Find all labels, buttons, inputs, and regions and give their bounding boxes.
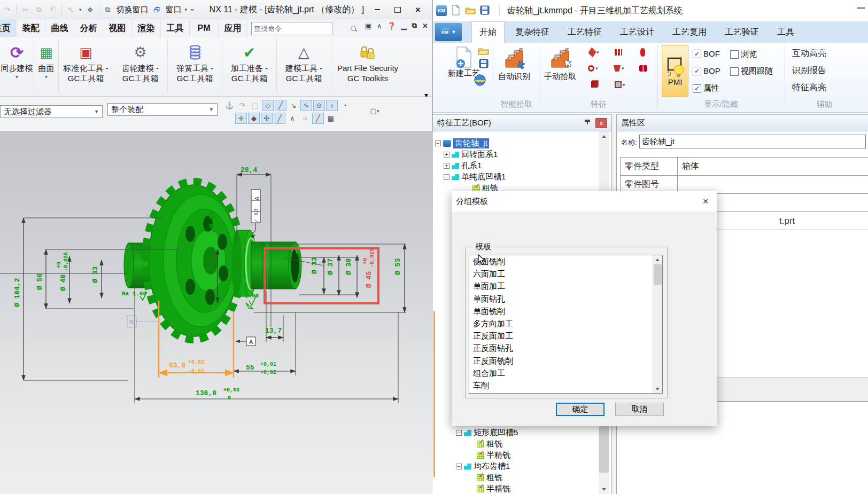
snap-icon[interactable]: ◔ xyxy=(339,100,351,111)
identify-report-button[interactable]: 识别报告 xyxy=(792,65,826,76)
feature-hole-icon[interactable]: ▾ xyxy=(588,65,598,72)
open-file-icon[interactable] xyxy=(465,5,476,17)
snap-icon[interactable]: ↷ xyxy=(236,100,248,111)
publish-icon[interactable] xyxy=(474,74,486,88)
panel-icon[interactable]: ▣ xyxy=(365,22,371,30)
scroll-up-button[interactable] xyxy=(599,131,609,141)
cut-icon[interactable]: ✂ xyxy=(20,4,30,15)
tree-item-semi-finish-mill[interactable]: 半精铣 xyxy=(477,483,510,494)
list-item[interactable]: 单面钻孔 xyxy=(469,293,662,305)
close-button[interactable] xyxy=(411,4,425,15)
scroll-down-button[interactable] xyxy=(653,385,662,393)
list-item[interactable]: 正反面加工 xyxy=(469,330,662,342)
maximize-button[interactable] xyxy=(391,4,405,15)
snap-icon[interactable]: ⊙ xyxy=(313,100,325,111)
tab-complex-features[interactable]: 复杂特征 xyxy=(508,21,557,43)
tab-process-design[interactable]: 工艺设计 xyxy=(613,21,662,43)
list-item[interactable]: 多方向加工 xyxy=(469,317,662,330)
close-panel-button[interactable]: x xyxy=(595,118,607,128)
child-restore-icon[interactable]: ⧉ xyxy=(412,21,417,30)
scroll-down-button[interactable] xyxy=(599,484,609,494)
feature-cylinder-icon[interactable] xyxy=(640,48,645,57)
tree-item-rough-mill[interactable]: 粗铣 xyxy=(477,438,502,450)
expander-icon[interactable]: − xyxy=(456,464,462,469)
snap-icon[interactable]: ✛ xyxy=(235,113,247,124)
open-process-icon[interactable] xyxy=(478,46,490,57)
snap-icon[interactable]: ◆ xyxy=(248,113,260,124)
tab-process-verify[interactable]: 工艺验证 xyxy=(717,21,766,43)
tab-pm[interactable]: PM xyxy=(190,19,219,37)
pin-icon[interactable] xyxy=(584,119,591,127)
child-close-icon[interactable]: ✕ xyxy=(422,22,428,30)
snap-icon[interactable]: ⚓ xyxy=(223,100,235,111)
snap-icon[interactable]: ✣ xyxy=(261,113,273,124)
snap-icon[interactable]: ▦ xyxy=(325,113,337,124)
list-item[interactable]: 单面加工 xyxy=(469,280,662,292)
part-name-input[interactable] xyxy=(639,135,866,148)
snap-icon[interactable]: ◇ xyxy=(262,100,274,111)
feature-highlight-button[interactable]: 特征高亮 xyxy=(792,82,826,93)
collapse-ribbon-icon[interactable]: ∧ xyxy=(377,22,382,30)
list-item[interactable]: 车削 xyxy=(469,379,662,391)
feature-bushing-icon[interactable] xyxy=(639,65,647,72)
cancel-button[interactable]: 取消 xyxy=(615,403,664,416)
save-icon[interactable] xyxy=(480,5,490,17)
manual-pick-button[interactable]: 手动拾取 xyxy=(544,46,576,82)
gear-shaft-model[interactable] xyxy=(124,182,301,340)
prop-value[interactable]: 箱体 xyxy=(678,158,868,175)
tree-item-rect-pocket5[interactable]: − 矩形底凹槽5 xyxy=(456,427,518,438)
checkbox-attr[interactable]: ✓属性 xyxy=(693,83,719,93)
scroll-up-button[interactable] xyxy=(653,255,662,264)
template-list[interactable]: 侧面铣削 六面加工 单面加工 单面钻孔 单面铣削 多方向加工 正反面加工 正反面… xyxy=(469,255,663,394)
tab-start[interactable]: 开始 xyxy=(471,21,505,43)
tree-item-semi-finish-mill[interactable]: 半精铣 xyxy=(477,450,510,461)
list-item[interactable]: 单面铣削 xyxy=(469,305,662,317)
redo-icon[interactable]: ↷ xyxy=(2,4,13,15)
expander-icon[interactable]: − xyxy=(435,140,441,146)
snap-icon[interactable]: ∧ xyxy=(286,113,298,124)
feature-pocket-icon[interactable]: ▾ xyxy=(614,65,624,72)
toolbar-machining-prep[interactable]: ✔ 加工准备 -GC工具箱 xyxy=(222,40,277,93)
expander-icon[interactable]: − xyxy=(444,174,449,180)
scrollbar-thumb[interactable] xyxy=(654,264,662,285)
tree-item-rotary-faces[interactable]: + 回转面系1 xyxy=(444,149,498,160)
display-mode-icon[interactable]: ▢▾ xyxy=(369,105,381,116)
checkbox-view-follow[interactable]: 视图跟随 xyxy=(730,66,773,76)
list-item[interactable]: 侧面铣削 xyxy=(469,255,662,268)
child-minimize-icon[interactable]: ▁ xyxy=(401,22,407,30)
checkbox-bop[interactable]: ✓BOP xyxy=(693,66,720,75)
pmi-toggle-button[interactable]: PMI xyxy=(662,45,688,97)
table-row[interactable]: 零件类型 箱体 xyxy=(621,158,868,176)
help-icon[interactable]: ❓ xyxy=(387,22,396,30)
dialog-titlebar[interactable]: 分组模板 xyxy=(452,191,717,211)
snap-icon[interactable]: ╱ xyxy=(274,113,285,124)
auto-identify-button[interactable]: 自动识别 xyxy=(498,46,530,82)
search-input[interactable] xyxy=(252,25,350,33)
snap-icon[interactable]: ⬚ xyxy=(249,100,261,111)
scrollbar-thumb[interactable] xyxy=(599,426,609,473)
feature-plane-icon[interactable]: ▾ xyxy=(589,49,599,56)
tree-item-gear-slots1[interactable]: − 均布齿槽1 xyxy=(456,461,510,472)
format-brush-icon[interactable]: ✎ xyxy=(65,4,76,15)
tab-home[interactable]: 主页 xyxy=(0,19,17,37)
tab-view[interactable]: 视图 xyxy=(103,19,132,37)
checkbox-bof[interactable]: ✓BOF xyxy=(693,49,720,58)
tab-curve[interactable]: 曲线 xyxy=(45,19,74,37)
toolbar-surface[interactable]: ▦ 曲面 ▾ xyxy=(34,40,59,93)
new-file-icon[interactable] xyxy=(451,5,461,17)
tab-application[interactable]: 应用 xyxy=(219,19,247,37)
paste-icon[interactable]: ⎗ xyxy=(48,4,58,15)
toolbar-part-file-security[interactable]: Part File SecurityGC Toolkits xyxy=(331,40,404,93)
list-scrollbar[interactable] xyxy=(653,255,662,393)
tab-analysis[interactable]: 分析 xyxy=(74,19,103,37)
tab-render[interactable]: 渲染 xyxy=(132,19,161,37)
list-item[interactable]: 组合加工 xyxy=(469,367,662,379)
tab-process-reuse[interactable]: 工艺复用 xyxy=(665,21,714,43)
toolbar-spring-tools[interactable]: 弹簧工具 -GC工具箱 xyxy=(168,40,222,93)
chevron-down-icon[interactable]: ▾ xyxy=(79,7,82,12)
close-icon[interactable]: ✕ xyxy=(700,196,711,207)
toolbar-sync-modeling[interactable]: ⟳ 同步建模 ▾ xyxy=(0,40,34,93)
switch-window-button[interactable]: 切换窗口 xyxy=(117,5,149,15)
window-button[interactable]: 窗口 xyxy=(166,5,182,15)
chevron-down-icon[interactable]: ▾ xyxy=(15,74,18,80)
